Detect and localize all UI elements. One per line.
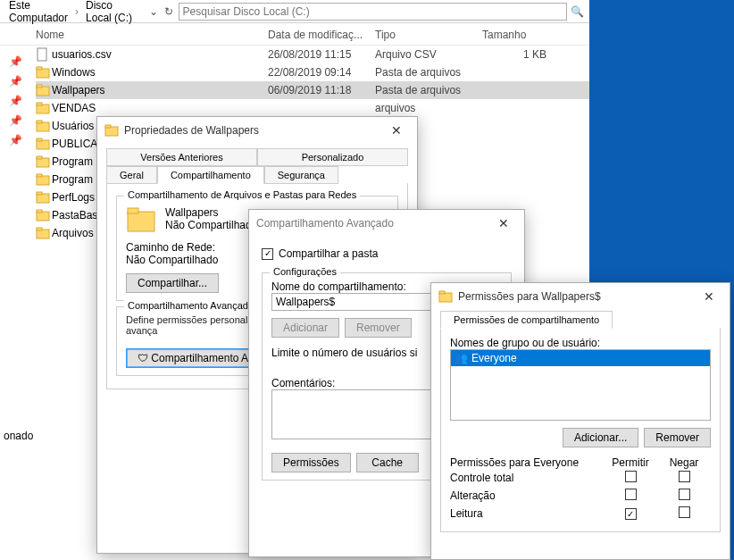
folder-icon	[126, 204, 156, 234]
allow-checkbox[interactable]	[625, 508, 637, 520]
pin-icon: 📌	[9, 114, 22, 127]
table-row[interactable]: Wallpapers06/09/2019 11:18Pasta de arqui…	[36, 81, 589, 99]
pin-icon: 📌	[9, 75, 22, 88]
cache-button[interactable]: Cache	[356, 453, 419, 472]
permissions-button[interactable]: Permissões	[271, 453, 351, 472]
folder-icon	[36, 138, 52, 150]
permission-row: Alteração	[450, 487, 711, 505]
search-icon[interactable]: 🔍	[571, 3, 584, 21]
list-item[interactable]: 👥 Everyone	[451, 350, 710, 366]
remove-button[interactable]: Remover	[345, 318, 412, 338]
shield-icon: 🛡	[138, 352, 148, 364]
tab-general[interactable]: Geral	[106, 166, 157, 184]
table-row[interactable]: VENDASarquivos	[36, 99, 589, 117]
svg-rect-23	[128, 212, 154, 231]
perm-name: Leitura	[450, 507, 604, 520]
share-button[interactable]: Compartilhar...	[126, 273, 219, 293]
chevron-right-icon[interactable]: ›	[75, 5, 79, 18]
folder-icon	[36, 120, 52, 132]
svg-rect-6	[37, 103, 42, 105]
file-date: 06/09/2019 11:18	[268, 84, 375, 96]
remove-button[interactable]: Remover	[644, 428, 711, 447]
folder-icon	[36, 84, 52, 96]
folder-icon	[36, 209, 52, 221]
dropdown-icon[interactable]: ⌄	[147, 3, 159, 21]
share-folder-checkbox[interactable]: Compartilhar a pasta	[262, 247, 512, 260]
column-headers: Nome Data de modificaç... Tipo Tamanho	[0, 23, 589, 46]
file-type: arquivos	[375, 102, 482, 114]
dialog-titlebar: Propriedades de Wallpapers ✕	[97, 117, 417, 144]
breadcrumb[interactable]: Disco Local (C:)	[82, 0, 140, 26]
folder-icon	[36, 173, 52, 186]
file-type: Pasta de arquivos	[375, 84, 482, 96]
deny-checkbox[interactable]	[679, 471, 690, 482]
tabs-row1: Versões Anteriores Personalizado	[97, 144, 417, 165]
file-name: usuarios.csv	[52, 48, 268, 61]
folder-name: Wallpapers	[165, 206, 257, 219]
svg-rect-20	[37, 228, 42, 230]
share-status: Não Compartilhado	[165, 219, 257, 231]
search-input[interactable]	[179, 3, 567, 21]
svg-rect-12	[37, 156, 42, 159]
file-type: Pasta de arquivos	[375, 66, 482, 79]
add-button[interactable]: Adicionar	[271, 318, 339, 338]
deny-checkbox[interactable]	[679, 506, 690, 518]
table-row[interactable]: Windows22/08/2019 09:14Pasta de arquivos	[36, 63, 589, 81]
col-type[interactable]: Tipo	[375, 29, 482, 41]
pin-icon: 📌	[9, 55, 22, 68]
pin-icon: 📌	[9, 95, 22, 107]
folder-icon	[36, 227, 52, 239]
table-row[interactable]: usuarios.csv26/08/2019 11:15Arquivo CSV1…	[36, 46, 589, 63]
dialog-titlebar: Permissões para Wallpapers$ ✕	[431, 283, 730, 310]
close-icon[interactable]: ✕	[696, 289, 722, 304]
svg-rect-16	[37, 192, 42, 195]
checkbox-icon[interactable]	[262, 248, 273, 260]
permission-row: Controle total	[450, 469, 711, 487]
tab-share-permissions[interactable]: Permissões de compartilhamento	[440, 311, 613, 329]
group-title: Compartilhamento Avançado	[124, 300, 257, 311]
file-type: Arquivo CSV	[375, 48, 482, 61]
dialog-title: Compartilhamento Avançado	[256, 217, 485, 230]
folder-icon	[36, 66, 52, 79]
svg-rect-26	[439, 291, 445, 294]
perm-name: Alteração	[450, 489, 604, 502]
refresh-icon[interactable]: ↻	[163, 3, 174, 21]
add-button[interactable]: Adicionar...	[563, 428, 638, 447]
allow-checkbox[interactable]	[625, 489, 637, 500]
tab-custom[interactable]: Personalizado	[257, 148, 408, 166]
permission-row: Leitura	[450, 505, 711, 522]
tab-security[interactable]: Segurança	[264, 166, 338, 184]
svg-rect-10	[37, 138, 42, 141]
svg-rect-18	[37, 210, 42, 213]
permissions-dialog: Permissões para Wallpapers$ ✕ Permissões…	[430, 282, 730, 560]
col-date[interactable]: Data de modificaç...	[268, 29, 375, 41]
svg-rect-2	[37, 67, 42, 70]
close-icon[interactable]: ✕	[383, 123, 410, 138]
allow-checkbox[interactable]	[625, 471, 637, 482]
folder-icon	[438, 289, 453, 304]
svg-rect-24	[128, 208, 138, 213]
close-icon[interactable]: ✕	[490, 216, 517, 230]
file-icon	[36, 47, 52, 62]
file-date: 22/08/2019 09:14	[268, 66, 375, 79]
col-name[interactable]: Nome	[36, 29, 268, 41]
permission-rows: Controle totalAlteraçãoLeitura	[450, 469, 711, 522]
dialog-title: Permissões para Wallpapers$	[458, 290, 690, 303]
perm-name: Controle total	[450, 472, 604, 484]
file-size: 1 KB	[482, 48, 554, 61]
perms-for-label: Permissões para Everyone	[450, 456, 604, 469]
tab-sharing[interactable]: Compartilhamento	[157, 166, 264, 184]
deny-checkbox[interactable]	[679, 489, 690, 500]
sidebar-fragment: onado	[0, 428, 37, 444]
folder-icon	[36, 102, 52, 114]
svg-rect-22	[105, 125, 111, 128]
file-date: 26/08/2019 11:15	[268, 48, 375, 61]
users-listbox[interactable]: 👥 Everyone	[450, 349, 711, 421]
breadcrumb[interactable]: Este Computador	[5, 0, 71, 26]
list-item-label: Everyone	[471, 352, 517, 364]
svg-rect-8	[37, 121, 42, 123]
checkbox-label: Compartilhar a pasta	[279, 247, 378, 260]
tab-previous-versions[interactable]: Versões Anteriores	[106, 148, 257, 166]
col-size[interactable]: Tamanho	[482, 29, 554, 41]
address-bar: Este Computador › Disco Local (C:) ⌄ ↻ 🔍	[0, 0, 589, 23]
